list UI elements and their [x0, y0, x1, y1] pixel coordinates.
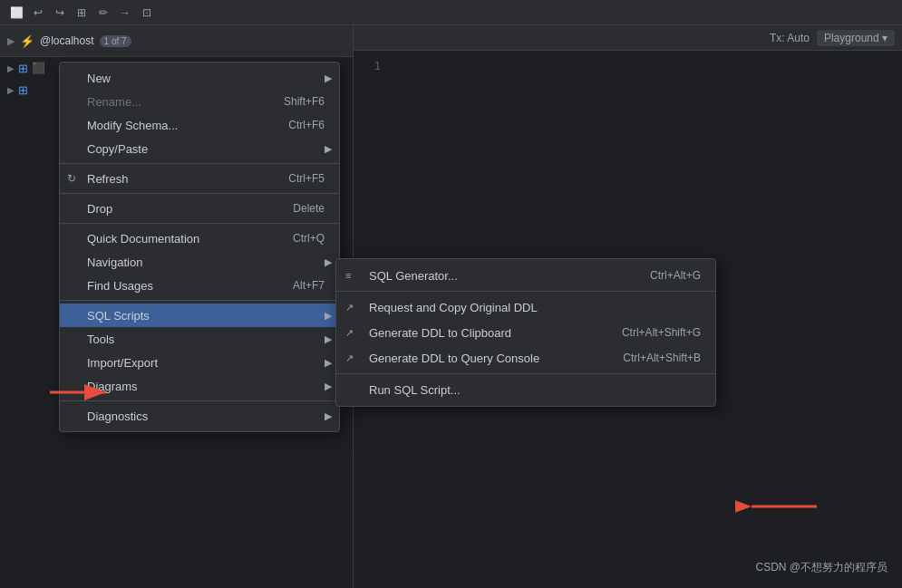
host-arrow: ▶ — [7, 35, 15, 47]
divider-2 — [60, 193, 339, 194]
menu-item-tools[interactable]: Tools ▶ — [60, 327, 339, 351]
line-number-1: 1 — [354, 60, 381, 72]
menu-label-drop: Drop — [87, 202, 271, 216]
menu-label-diagrams: Diagrams — [87, 380, 325, 393]
menu-shortcut-refresh: Ctrl+F5 — [288, 172, 325, 185]
menu-item-find-usages[interactable]: Find Usages Alt+F7 — [60, 274, 339, 297]
menu-label-import-export: Import/Export — [87, 356, 325, 370]
menu-item-rename[interactable]: Rename... Shift+F6 — [60, 90, 339, 113]
menu-shortcut-quick-doc: Ctrl+Q — [293, 232, 325, 245]
menu-arrow-diagrams: ▶ — [325, 381, 332, 392]
menu-label-new: New — [87, 72, 325, 85]
sub-menu-item-sql-generator[interactable]: ≡ SQL Generator... Ctrl+Alt+G — [336, 263, 715, 288]
request-ddl-icon: ↗ — [345, 302, 354, 313]
toolbar-btn-6[interactable]: → — [116, 4, 134, 22]
watermark-text: CSDN @不想努力的程序员 — [755, 561, 887, 574]
toolbar-btn-3[interactable]: ↪ — [51, 4, 69, 22]
menu-label-diagnostics: Diagnostics — [87, 410, 325, 423]
tree-icon-2: ⊞ — [18, 83, 28, 97]
context-menu: New ▶ Rename... Shift+F6 Modify Schema..… — [59, 62, 340, 432]
divider-1 — [60, 163, 339, 164]
sub-menu-item-request-ddl[interactable]: ↗ Request and Copy Original DDL — [336, 294, 715, 320]
menu-item-modify-schema[interactable]: Modify Schema... Ctrl+F6 — [60, 113, 339, 137]
watermark: CSDN @不想努力的程序员 — [755, 560, 887, 575]
sub-menu-shortcut-gen-clipboard: Ctrl+Alt+Shift+G — [622, 326, 701, 339]
menu-item-refresh[interactable]: ↻ Refresh Ctrl+F5 — [60, 167, 339, 190]
left-panel: ▶ ⚡ @localhost 1 of 7 ▶ ⊞ ⬛ ▶ ⊞ New ▶ Re… — [0, 25, 354, 588]
divider-3 — [60, 223, 339, 224]
menu-label-rename: Rename... — [87, 95, 262, 109]
sub-menu-label-request-ddl: Request and Copy Original DDL — [369, 301, 701, 314]
toolbar-btn-5[interactable]: ✏ — [94, 4, 112, 22]
menu-arrow-sql-scripts: ▶ — [325, 310, 332, 322]
menu-label-modify-schema: Modify Schema... — [87, 119, 267, 132]
menu-label-sql-scripts: SQL Scripts — [87, 309, 325, 323]
playground-label[interactable]: Playground ▾ — [817, 30, 895, 46]
top-toolbar: ⬜ ↩ ↪ ⊞ ✏ → ⊡ — [0, 0, 902, 25]
menu-label-refresh: Refresh — [87, 172, 267, 186]
sql-generator-icon: ≡ — [345, 270, 351, 281]
tx-label: Tx: Auto — [770, 32, 810, 44]
divider-5 — [60, 400, 339, 401]
sub-menu-label-gen-clipboard: Generate DDL to Clipboard — [369, 326, 622, 340]
menu-item-diagrams[interactable]: Diagrams ▶ — [60, 374, 339, 398]
menu-label-tools: Tools — [87, 333, 325, 346]
menu-arrow-navigation: ▶ — [325, 256, 332, 268]
refresh-icon: ↻ — [67, 172, 76, 185]
sub-divider-2 — [336, 373, 715, 374]
sub-menu-item-run-sql[interactable]: Run SQL Script... — [336, 377, 715, 402]
menu-label-copy-paste: Copy/Paste — [87, 142, 325, 156]
menu-shortcut-modify-schema: Ctrl+F6 — [288, 119, 325, 131]
menu-item-quick-doc[interactable]: Quick Documentation Ctrl+Q — [60, 227, 339, 250]
panel-header: ▶ ⚡ @localhost 1 of 7 — [0, 25, 353, 57]
sub-menu-item-gen-clipboard[interactable]: ↗ Generate DDL to Clipboard Ctrl+Alt+Shi… — [336, 320, 715, 345]
menu-shortcut-drop: Delete — [293, 202, 325, 215]
host-icon: ⚡ — [20, 34, 34, 48]
sub-divider-1 — [336, 291, 715, 292]
menu-label-navigation: Navigation — [87, 255, 325, 269]
menu-item-sql-scripts[interactable]: SQL Scripts ▶ — [60, 304, 339, 327]
sub-menu-label-gen-console: Generate DDL to Query Console — [369, 352, 623, 365]
tree-arrow-1: ▶ — [7, 63, 15, 73]
sub-menu-label-run-sql: Run SQL Script... — [369, 383, 701, 397]
menu-arrow-diagnostics: ▶ — [325, 410, 332, 422]
right-toolbar: Tx: Auto Playground ▾ — [354, 25, 902, 51]
toolbar-btn-2[interactable]: ↩ — [29, 4, 47, 22]
menu-arrow-new: ▶ — [325, 72, 332, 84]
menu-arrow-copy-paste: ▶ — [325, 143, 332, 155]
tree-label-1: ⬛ — [32, 62, 45, 74]
sub-menu-shortcut-sql-generator: Ctrl+Alt+G — [650, 269, 701, 282]
menu-item-drop[interactable]: Drop Delete — [60, 197, 339, 220]
menu-item-copy-paste[interactable]: Copy/Paste ▶ — [60, 137, 339, 160]
page-badge: 1 of 7 — [100, 35, 131, 47]
toolbar-btn-4[interactable]: ⊞ — [73, 4, 91, 22]
menu-label-find-usages: Find Usages — [87, 279, 271, 293]
menu-item-new[interactable]: New ▶ — [60, 66, 339, 90]
tree-arrow-2: ▶ — [7, 85, 15, 95]
sub-menu-item-gen-console[interactable]: ↗ Generate DDL to Query Console Ctrl+Alt… — [336, 345, 715, 371]
menu-shortcut-rename: Shift+F6 — [284, 95, 325, 108]
menu-shortcut-find-usages: Alt+F7 — [293, 279, 325, 292]
toolbar-btn-1[interactable]: ⬜ — [7, 4, 25, 22]
sub-menu-shortcut-gen-console: Ctrl+Alt+Shift+B — [623, 352, 701, 364]
menu-label-quick-doc: Quick Documentation — [87, 232, 271, 246]
sub-menu: ≡ SQL Generator... Ctrl+Alt+G ↗ Request … — [335, 258, 716, 407]
menu-item-diagnostics[interactable]: Diagnostics ▶ — [60, 404, 339, 428]
host-label: @localhost — [40, 34, 94, 47]
sub-menu-label-sql-generator: SQL Generator... — [369, 269, 650, 283]
menu-arrow-tools: ▶ — [325, 333, 332, 345]
tree-icon-1: ⊞ — [18, 62, 28, 75]
gen-clipboard-icon: ↗ — [345, 327, 354, 339]
toolbar-btn-7[interactable]: ⊡ — [138, 4, 156, 22]
gen-console-icon: ↗ — [345, 352, 354, 364]
menu-item-navigation[interactable]: Navigation ▶ — [60, 250, 339, 274]
menu-arrow-import-export: ▶ — [325, 357, 332, 369]
menu-item-import-export[interactable]: Import/Export ▶ — [60, 351, 339, 374]
divider-4 — [60, 300, 339, 301]
